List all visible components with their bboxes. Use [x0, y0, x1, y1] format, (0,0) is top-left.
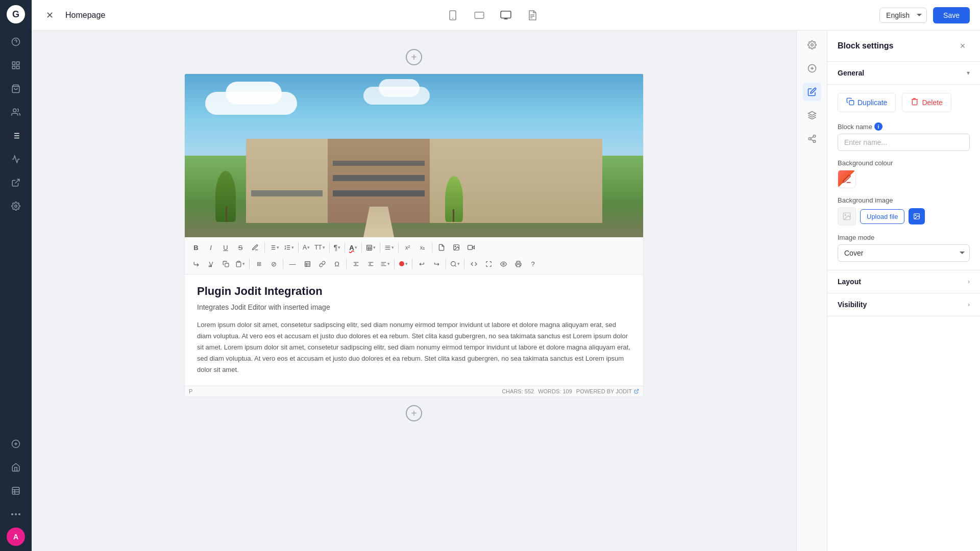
sidebar: G A — [0, 0, 32, 551]
toolbar-hr[interactable]: — — [285, 257, 300, 271]
editor-area: + — [32, 31, 796, 551]
toolbar-cut[interactable] — [204, 257, 218, 271]
toolbar-strikethrough[interactable]: S — [233, 240, 248, 255]
toolbar-print[interactable] — [511, 257, 525, 271]
toolbar-separator — [345, 242, 345, 253]
toolbar-search[interactable]: ▾ — [448, 257, 462, 271]
toolbar-indent[interactable] — [349, 257, 363, 271]
toolbar-text-align[interactable]: ▾ — [382, 240, 396, 255]
toolbar-separator — [361, 242, 362, 253]
accordion-layout[interactable]: Layout › — [827, 270, 980, 293]
toolbar-bold[interactable]: B — [189, 240, 203, 255]
toolbar-insert-image[interactable] — [449, 240, 463, 255]
accordion-general[interactable]: General ▾ — [827, 62, 980, 85]
toolbar-paste[interactable]: ▾ — [233, 257, 247, 271]
sidebar-item-help[interactable] — [6, 32, 26, 52]
add-block-top-button[interactable]: + — [406, 49, 422, 65]
toolbar-table2[interactable] — [300, 257, 314, 271]
sidebar-item-integrations[interactable] — [6, 172, 26, 193]
page-title: Homepage — [65, 11, 105, 20]
action-row: Duplicate Delete — [838, 93, 970, 112]
sidebar-item-pages[interactable] — [6, 55, 26, 76]
panel-header: Block settings × — [827, 31, 980, 62]
panel-close-button[interactable]: × — [955, 39, 970, 53]
sidebar-item-campaigns[interactable] — [6, 149, 26, 169]
toolbar-preview[interactable] — [496, 257, 510, 271]
toolbar-insert-file[interactable] — [434, 240, 449, 255]
toolbar-italic[interactable]: I — [204, 240, 218, 255]
toolbar-link[interactable] — [315, 257, 329, 271]
toolbar-symbols[interactable]: Ω — [330, 257, 344, 271]
close-button[interactable]: ✕ — [42, 8, 57, 23]
document-view-button[interactable] — [524, 7, 541, 23]
image-mode-select[interactable]: Cover Contain Auto 100% 100% — [838, 244, 970, 262]
tool-share[interactable] — [803, 130, 821, 148]
toolbar-undo[interactable]: ↩ — [414, 257, 429, 271]
sidebar-item-store[interactable] — [6, 457, 26, 478]
add-block-bottom-button[interactable]: + — [406, 405, 422, 421]
toolbar-superscript[interactable]: x² — [401, 240, 415, 255]
toolbar-marker[interactable] — [248, 240, 262, 255]
toolbar-help[interactable]: ? — [526, 257, 540, 271]
toolbar-separator — [249, 259, 250, 269]
save-button[interactable]: Save — [933, 7, 970, 23]
editor-content[interactable]: Plugin Jodit Integration Integrates Jodi… — [185, 274, 643, 386]
toolbar-table[interactable]: ▾ — [364, 240, 378, 255]
block-name-input[interactable] — [838, 134, 970, 151]
jodit-brand[interactable]: POWERED BY JODIT — [576, 388, 639, 394]
toolbar-align2[interactable]: ▾ — [378, 257, 392, 271]
duplicate-button[interactable]: Duplicate — [838, 93, 896, 112]
svg-rect-28 — [475, 12, 484, 18]
toolbar-source[interactable] — [467, 257, 481, 271]
svg-rect-2 — [12, 62, 15, 64]
toolbar-copy[interactable] — [218, 257, 233, 271]
toolbar-separator — [380, 242, 380, 253]
sidebar-item-table[interactable] — [6, 481, 26, 501]
app-logo[interactable]: G — [7, 5, 25, 23]
editor-heading: Plugin Jodit Integration — [197, 285, 631, 298]
toolbar-select-all[interactable]: ⊞ — [252, 257, 266, 271]
upload-icon-button[interactable] — [909, 208, 925, 224]
upload-file-button[interactable]: Upload file — [860, 209, 904, 224]
toolbar-font-color2[interactable]: ▾ — [397, 257, 410, 271]
svg-rect-63 — [305, 261, 310, 266]
svg-point-74 — [399, 261, 404, 266]
toolbar-text-color[interactable]: A▾ — [347, 240, 359, 255]
toolbar-ordered-list[interactable]: ▾ — [282, 240, 296, 255]
tool-add-block[interactable] — [803, 59, 821, 78]
tool-edit[interactable] — [803, 83, 821, 101]
sidebar-item-users[interactable] — [6, 102, 26, 122]
avatar[interactable]: A — [7, 528, 25, 546]
toolbar-fullscreen[interactable] — [481, 257, 496, 271]
language-select[interactable]: English French Spanish German — [879, 8, 927, 23]
svg-rect-19 — [12, 487, 19, 494]
toolbar-subscript[interactable]: x₂ — [415, 240, 430, 255]
sidebar-item-more[interactable] — [6, 504, 26, 524]
toolbar-unordered-list[interactable]: ▾ — [267, 240, 281, 255]
sidebar-item-lists[interactable] — [6, 126, 26, 146]
toolbar-format-clear[interactable]: ⊘ — [266, 257, 281, 271]
topbar: ✕ Homepage English French Spanish German — [32, 0, 980, 31]
desktop-view-button[interactable] — [498, 7, 514, 23]
toolbar-special1[interactable] — [189, 257, 203, 271]
toolbar-font-size[interactable]: TT▾ — [312, 240, 327, 255]
mobile-view-button[interactable] — [445, 7, 461, 23]
sidebar-item-add[interactable] — [6, 434, 26, 454]
sidebar-item-settings[interactable] — [6, 196, 26, 216]
toolbar-redo[interactable]: ↪ — [429, 257, 444, 271]
bg-color-swatch[interactable] — [838, 170, 856, 188]
toolbar-separator — [412, 259, 412, 269]
toolbar-underline[interactable]: U — [218, 240, 233, 255]
delete-button[interactable]: Delete — [902, 93, 951, 112]
toolbar-insert-video[interactable] — [464, 240, 478, 255]
sidebar-item-products[interactable] — [6, 79, 26, 99]
toolbar-paragraph[interactable]: ¶▾ — [332, 240, 343, 255]
toolbar-font-family[interactable]: A▾ — [301, 240, 312, 255]
tablet-view-button[interactable] — [471, 7, 487, 23]
svg-rect-45 — [366, 245, 372, 250]
accordion-visibility[interactable]: Visibility › — [827, 293, 980, 316]
tool-layers[interactable] — [803, 106, 821, 124]
tool-settings[interactable] — [803, 36, 821, 54]
editor-words: WORDS: 109 — [538, 388, 572, 394]
toolbar-outdent[interactable] — [363, 257, 378, 271]
